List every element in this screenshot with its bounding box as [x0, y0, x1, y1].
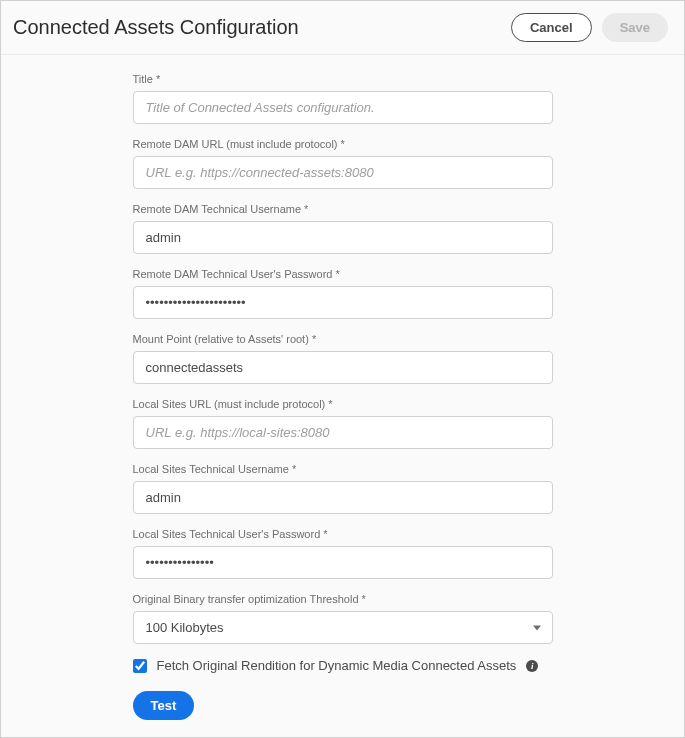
- field-fetch-original: Fetch Original Rendition for Dynamic Med…: [133, 658, 553, 673]
- remote-dam-password-label: Remote DAM Technical User's Password *: [133, 268, 553, 280]
- remote-dam-username-label: Remote DAM Technical Username *: [133, 203, 553, 215]
- remote-dam-username-input[interactable]: [133, 221, 553, 254]
- page-title: Connected Assets Configuration: [13, 16, 299, 39]
- field-threshold: Original Binary transfer optimization Th…: [133, 593, 553, 644]
- header-actions: Cancel Save: [511, 13, 668, 42]
- local-sites-url-label: Local Sites URL (must include protocol) …: [133, 398, 553, 410]
- fetch-original-checkbox[interactable]: [133, 659, 147, 673]
- remote-dam-url-input[interactable]: [133, 156, 553, 189]
- remote-dam-url-label: Remote DAM URL (must include protocol) *: [133, 138, 553, 150]
- header: Connected Assets Configuration Cancel Sa…: [1, 1, 684, 55]
- threshold-label: Original Binary transfer optimization Th…: [133, 593, 553, 605]
- fetch-original-label: Fetch Original Rendition for Dynamic Med…: [157, 658, 517, 673]
- local-sites-url-input[interactable]: [133, 416, 553, 449]
- local-sites-password-label: Local Sites Technical User's Password *: [133, 528, 553, 540]
- field-local-sites-username: Local Sites Technical Username *: [133, 463, 553, 514]
- test-button[interactable]: Test: [133, 691, 195, 720]
- mount-point-input[interactable]: [133, 351, 553, 384]
- local-sites-password-input[interactable]: [133, 546, 553, 579]
- title-label: Title *: [133, 73, 553, 85]
- title-input[interactable]: [133, 91, 553, 124]
- mount-point-label: Mount Point (relative to Assets' root) *: [133, 333, 553, 345]
- remote-dam-password-input[interactable]: [133, 286, 553, 319]
- form-container: Title * Remote DAM URL (must include pro…: [133, 55, 553, 738]
- info-icon[interactable]: i: [526, 660, 538, 672]
- field-remote-dam-url: Remote DAM URL (must include protocol) *: [133, 138, 553, 189]
- field-local-sites-password: Local Sites Technical User's Password *: [133, 528, 553, 579]
- save-button: Save: [602, 13, 668, 42]
- field-remote-dam-password: Remote DAM Technical User's Password *: [133, 268, 553, 319]
- field-local-sites-url: Local Sites URL (must include protocol) …: [133, 398, 553, 449]
- field-remote-dam-username: Remote DAM Technical Username *: [133, 203, 553, 254]
- cancel-button[interactable]: Cancel: [511, 13, 592, 42]
- local-sites-username-input[interactable]: [133, 481, 553, 514]
- threshold-select-wrapper: 100 Kilobytes: [133, 611, 553, 644]
- local-sites-username-label: Local Sites Technical Username *: [133, 463, 553, 475]
- field-mount-point: Mount Point (relative to Assets' root) *: [133, 333, 553, 384]
- threshold-select[interactable]: 100 Kilobytes: [133, 611, 553, 644]
- field-title: Title *: [133, 73, 553, 124]
